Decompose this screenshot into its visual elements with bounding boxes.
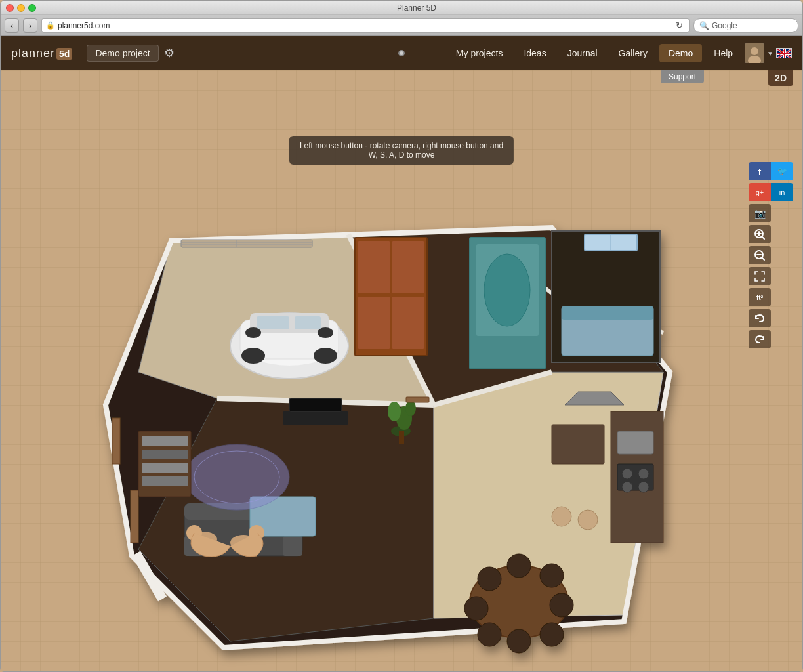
- fullscreen-button[interactable]: [749, 267, 771, 285]
- zoom-out-button[interactable]: [749, 246, 771, 264]
- forward-button[interactable]: ›: [23, 18, 37, 33]
- svg-point-43: [245, 327, 261, 338]
- facebook-button[interactable]: f: [749, 162, 771, 180]
- svg-rect-97: [131, 490, 138, 543]
- svg-point-1: [751, 47, 758, 55]
- logo: planner 5d: [11, 47, 73, 60]
- svg-point-75: [540, 623, 564, 646]
- svg-rect-90: [289, 398, 342, 411]
- floorplan-canvas[interactable]: [53, 110, 709, 667]
- linkedin-button[interactable]: in: [771, 183, 793, 201]
- search-bar[interactable]: 🔍 Google: [693, 18, 798, 33]
- nav-my-projects[interactable]: My projects: [447, 44, 512, 62]
- svg-rect-103: [142, 476, 188, 486]
- back-button[interactable]: ‹: [5, 18, 19, 33]
- svg-rect-46: [358, 241, 390, 293]
- tooltip-text: Left mouse button - rotate camera, right…: [300, 141, 503, 159]
- nav-ideas[interactable]: Ideas: [514, 44, 555, 62]
- svg-rect-49: [392, 297, 424, 349]
- settings-button[interactable]: ⚙: [164, 46, 175, 60]
- svg-point-42: [314, 348, 337, 364]
- undo-button[interactable]: [749, 309, 771, 327]
- language-flag[interactable]: [776, 48, 792, 58]
- right-toolbar: f 🐦 g+ in 📷: [749, 162, 793, 348]
- dropdown-chevron[interactable]: ▼: [767, 50, 773, 57]
- nav-help[interactable]: Help: [705, 44, 742, 62]
- svg-rect-100: [142, 436, 188, 446]
- nav-gallery[interactable]: Gallery: [609, 44, 657, 62]
- googleplus-button[interactable]: g+: [749, 183, 771, 201]
- nav-journal[interactable]: Journal: [558, 44, 607, 62]
- url-text: planner5d.com: [58, 21, 110, 30]
- svg-point-93: [388, 402, 401, 421]
- svg-point-41: [241, 348, 265, 364]
- tooltip-box: Left mouse button - rotate camera, right…: [289, 136, 514, 165]
- svg-point-66: [638, 482, 649, 492]
- svg-rect-10: [784, 49, 785, 58]
- svg-rect-102: [142, 463, 188, 472]
- svg-point-77: [540, 564, 564, 587]
- svg-point-64: [638, 469, 649, 479]
- nav-center-dot: [398, 50, 405, 56]
- user-avatar[interactable]: [745, 43, 764, 63]
- units-button[interactable]: ft²: [749, 288, 771, 306]
- svg-line-13: [762, 236, 764, 239]
- app-content: planner 5d Demo project ⚙ My projects Id…: [1, 36, 802, 671]
- svg-rect-55: [562, 306, 653, 320]
- redo-button[interactable]: [749, 330, 771, 348]
- maximize-button[interactable]: [28, 4, 36, 12]
- nav-demo[interactable]: Demo: [659, 44, 702, 62]
- window-title: Planner 5D: [36, 3, 797, 12]
- secure-icon: 🔒: [46, 21, 55, 30]
- social-row-2: g+ in: [749, 183, 793, 201]
- svg-rect-95: [399, 431, 404, 444]
- svg-rect-101: [142, 450, 188, 459]
- refresh-button[interactable]: ↻: [673, 20, 685, 32]
- screenshot-button[interactable]: 📷: [749, 204, 771, 222]
- traffic-lights: [6, 4, 36, 12]
- svg-rect-11: [777, 53, 792, 54]
- svg-point-68: [578, 510, 598, 530]
- address-bar[interactable]: 🔒 planner5d.com ↻: [41, 18, 690, 33]
- search-icon: 🔍: [699, 21, 709, 30]
- svg-rect-96: [406, 397, 429, 402]
- svg-point-44: [318, 327, 333, 338]
- svg-point-65: [622, 482, 632, 492]
- svg-point-52: [484, 254, 530, 326]
- browser-titlebar: Planner 5D: [1, 1, 802, 15]
- browser-window: Planner 5D ‹ › 🔒 planner5d.com ↻ 🔍 Googl…: [0, 0, 803, 672]
- svg-point-63: [622, 469, 632, 479]
- svg-line-17: [762, 257, 764, 260]
- zoom-in-button[interactable]: [749, 225, 771, 243]
- search-placeholder: Google: [712, 21, 737, 30]
- main-viewport[interactable]: Left mouse button - rotate camera, right…: [1, 70, 802, 671]
- svg-rect-39: [257, 316, 289, 329]
- svg-point-87: [184, 444, 289, 510]
- svg-point-72: [464, 597, 488, 620]
- browser-toolbar: ‹ › 🔒 planner5d.com ↻ 🔍 Google: [1, 15, 802, 36]
- support-button[interactable]: Support: [661, 70, 704, 83]
- social-row-1: f 🐦: [749, 162, 793, 180]
- logo-5d-badge: 5d: [56, 48, 72, 60]
- svg-rect-58: [552, 425, 604, 464]
- logo-area: planner 5d: [11, 47, 73, 60]
- logo-planner-text: planner: [11, 47, 55, 60]
- svg-point-73: [478, 623, 501, 646]
- svg-point-74: [507, 629, 531, 653]
- svg-rect-61: [617, 431, 653, 454]
- svg-rect-40: [295, 316, 321, 329]
- view-2d-button[interactable]: 2D: [768, 70, 793, 86]
- svg-rect-81: [283, 536, 302, 556]
- svg-rect-8: [783, 49, 786, 58]
- minimize-button[interactable]: [17, 4, 25, 12]
- svg-rect-89: [283, 411, 348, 425]
- svg-rect-48: [358, 297, 390, 349]
- twitter-button[interactable]: 🐦: [771, 162, 793, 180]
- svg-point-94: [405, 400, 416, 416]
- svg-rect-98: [112, 418, 120, 464]
- project-name[interactable]: Demo project: [87, 45, 158, 62]
- svg-point-67: [552, 507, 571, 526]
- close-button[interactable]: [6, 4, 14, 12]
- svg-rect-31: [181, 240, 312, 247]
- svg-point-70: [507, 554, 531, 578]
